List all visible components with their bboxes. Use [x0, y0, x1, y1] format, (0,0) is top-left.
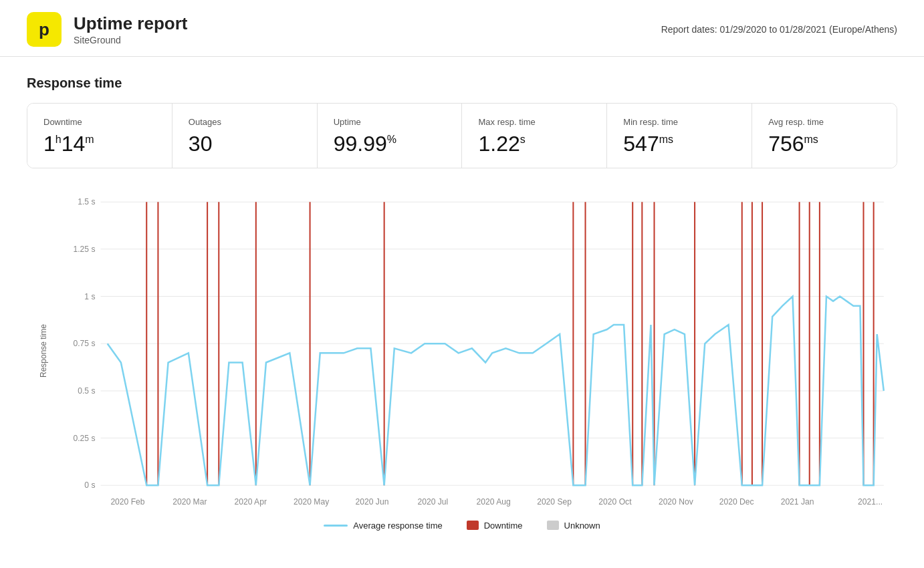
chart-svg: 1.5 s 1.25 s 1 s 0.75 s 0.5 s 0.25 — [60, 188, 897, 513]
stat-max-resp: Max resp. time 1.22s — [462, 104, 607, 168]
legend-avg-label: Average response time — [353, 521, 442, 531]
svg-text:0.25 s: 0.25 s — [74, 434, 96, 443]
svg-text:0 s: 0 s — [84, 480, 95, 490]
header-left: p Uptime report SiteGround — [27, 12, 187, 47]
svg-text:2020 May: 2020 May — [294, 497, 330, 507]
svg-text:2020 Apr: 2020 Apr — [234, 497, 266, 507]
svg-text:2020 Feb: 2020 Feb — [110, 497, 144, 507]
legend-avg-response: Average response time — [324, 521, 442, 531]
svg-text:2020 Mar: 2020 Mar — [172, 497, 207, 507]
report-dates: Report dates: 01/29/2020 to 01/28/2021 (… — [661, 24, 897, 35]
stats-row: Downtime 1h14m Outages 30 Uptime 99.99% … — [27, 103, 897, 168]
stat-min-resp-value: 547ms — [623, 132, 735, 156]
stat-max-resp-label: Max resp. time — [478, 117, 590, 127]
stat-avg-resp-value: 756ms — [768, 132, 881, 156]
svg-text:2021 Jan: 2021 Jan — [781, 497, 814, 507]
svg-text:2020 Sep: 2020 Sep — [537, 497, 572, 507]
legend-downtime-label: Downtime — [484, 521, 523, 531]
legend-rect-red — [467, 521, 479, 530]
svg-text:0.5 s: 0.5 s — [78, 386, 95, 396]
stat-avg-resp-label: Avg resp. time — [768, 117, 881, 127]
stat-downtime: Downtime 1h14m — [27, 104, 172, 168]
legend-unknown-label: Unknown — [564, 521, 600, 531]
legend-rect-gray — [547, 521, 559, 530]
stat-downtime-label: Downtime — [43, 117, 156, 127]
stat-min-resp: Min resp. time 547ms — [607, 104, 752, 168]
header-titles: Uptime report SiteGround — [74, 13, 187, 45]
svg-text:2021...: 2021... — [858, 497, 883, 507]
stat-downtime-value: 1h14m — [43, 132, 156, 156]
stat-max-resp-value: 1.22s — [478, 132, 590, 156]
svg-text:1.25 s: 1.25 s — [74, 245, 96, 254]
logo: p — [27, 12, 62, 47]
stat-uptime: Uptime 99.99% — [318, 104, 463, 168]
legend-downtime: Downtime — [467, 521, 523, 531]
svg-text:1 s: 1 s — [84, 292, 95, 301]
legend-unknown: Unknown — [547, 521, 600, 531]
stat-min-resp-label: Min resp. time — [623, 117, 735, 127]
section-title: Response time — [27, 76, 897, 91]
svg-text:2020 Dec: 2020 Dec — [719, 497, 754, 507]
stat-outages-value: 30 — [189, 132, 301, 156]
page-title: Uptime report — [74, 13, 187, 34]
stat-outages-label: Outages — [189, 117, 301, 127]
page-subtitle: SiteGround — [74, 35, 187, 45]
chart-legend: Average response time Downtime Unknown — [27, 521, 897, 531]
stat-avg-resp: Avg resp. time 756ms — [752, 104, 897, 168]
stat-outages: Outages 30 — [172, 104, 318, 168]
svg-text:2020 Jul: 2020 Jul — [417, 497, 448, 507]
svg-text:1.5 s: 1.5 s — [78, 197, 95, 206]
logo-letter: p — [39, 19, 49, 40]
y-axis-label: Response time — [39, 323, 48, 377]
svg-text:2020 Aug: 2020 Aug — [477, 497, 511, 507]
stat-uptime-label: Uptime — [334, 117, 446, 127]
main-content: Response time Downtime 1h14m Outages 30 … — [0, 57, 924, 544]
stat-uptime-value: 99.99% — [334, 132, 446, 156]
legend-line-blue — [324, 525, 348, 527]
svg-text:0.75 s: 0.75 s — [74, 339, 96, 348]
page-header: p Uptime report SiteGround Report dates:… — [0, 0, 924, 57]
svg-text:2020 Jun: 2020 Jun — [356, 497, 389, 507]
svg-text:2020 Nov: 2020 Nov — [659, 497, 694, 507]
svg-text:2020 Oct: 2020 Oct — [598, 497, 632, 507]
chart-area: Response time 1.5 s 1.25 s 1 s — [27, 188, 897, 531]
